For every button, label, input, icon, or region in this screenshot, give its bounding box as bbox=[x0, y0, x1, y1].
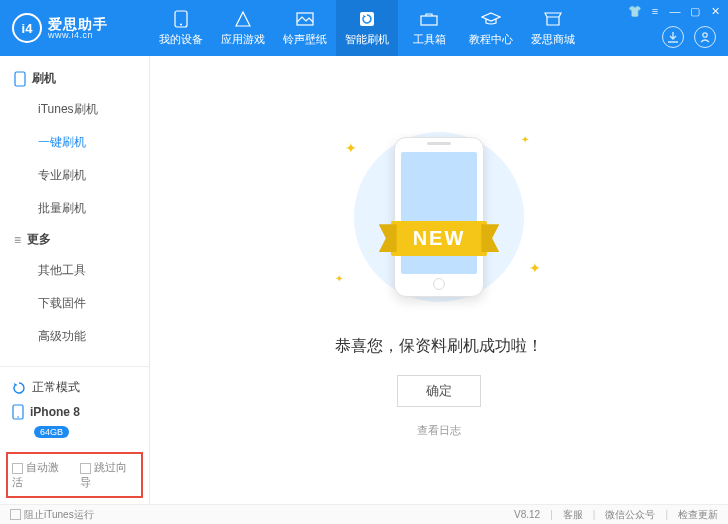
logo-text: 爱思助手 www.i4.cn bbox=[48, 17, 108, 40]
image-icon bbox=[295, 10, 315, 28]
star-icon: ✦ bbox=[345, 140, 357, 156]
nav-my-device[interactable]: 我的设备 bbox=[150, 0, 212, 56]
sidebar-item-download-firmware[interactable]: 下载固件 bbox=[0, 287, 149, 320]
skip-guide-checkbox[interactable]: 跳过向导 bbox=[80, 460, 138, 490]
sidebar-item-batch-flash[interactable]: 批量刷机 bbox=[0, 192, 149, 225]
minimize-icon[interactable]: — bbox=[668, 4, 682, 18]
graduation-icon bbox=[481, 10, 501, 28]
device-panel: 正常模式 iPhone 8 64GB bbox=[0, 366, 149, 446]
maximize-icon[interactable]: ▢ bbox=[688, 4, 702, 18]
store-icon bbox=[543, 10, 563, 28]
refresh-icon bbox=[357, 10, 377, 28]
svg-rect-4 bbox=[421, 16, 437, 25]
sidebar-item-itunes-flash[interactable]: iTunes刷机 bbox=[0, 93, 149, 126]
app-url: www.i4.cn bbox=[48, 31, 108, 40]
phone-small-icon bbox=[12, 404, 24, 420]
sidebar-item-pro-flash[interactable]: 专业刷机 bbox=[0, 159, 149, 192]
main-content: NEW ✦ ✦ ✦ ✦ 恭喜您，保资料刷机成功啦！ 确定 查看日志 bbox=[150, 56, 728, 504]
app-header: i4 爱思助手 www.i4.cn 我的设备 应用游戏 铃声壁纸 智能刷机 工具… bbox=[0, 0, 728, 56]
checkbox-label: 阻止iTunes运行 bbox=[24, 509, 94, 520]
toolbox-icon bbox=[419, 10, 439, 28]
nav-label: 爱思商城 bbox=[531, 32, 575, 47]
storage-badge: 64GB bbox=[34, 426, 69, 438]
star-icon: ✦ bbox=[521, 134, 529, 145]
nav-label: 应用游戏 bbox=[221, 32, 265, 47]
nav-ringtones[interactable]: 铃声壁纸 bbox=[274, 0, 336, 56]
nav-label: 教程中心 bbox=[469, 32, 513, 47]
support-link[interactable]: 客服 bbox=[563, 508, 583, 522]
version-label: V8.12 bbox=[514, 509, 540, 520]
app-body: 刷机 iTunes刷机 一键刷机 专业刷机 批量刷机 ≡ 更多 其他工具 下载固… bbox=[0, 56, 728, 504]
sidebar-item-other-tools[interactable]: 其他工具 bbox=[0, 254, 149, 287]
svg-point-5 bbox=[703, 33, 707, 37]
sidebar: 刷机 iTunes刷机 一键刷机 专业刷机 批量刷机 ≡ 更多 其他工具 下载固… bbox=[0, 56, 150, 504]
section-label: 更多 bbox=[27, 231, 51, 248]
nav-store[interactable]: 爱思商城 bbox=[522, 0, 584, 56]
nav-toolbox[interactable]: 工具箱 bbox=[398, 0, 460, 56]
phone-graphic bbox=[394, 137, 484, 297]
device-mode: 正常模式 bbox=[32, 379, 80, 396]
list-icon: ≡ bbox=[14, 233, 21, 247]
window-controls: 👕 ≡ — ▢ ✕ bbox=[628, 4, 722, 18]
nav-label: 工具箱 bbox=[413, 32, 446, 47]
sidebar-item-advanced[interactable]: 高级功能 bbox=[0, 320, 149, 353]
svg-point-8 bbox=[17, 416, 19, 418]
app-name: 爱思助手 bbox=[48, 17, 108, 31]
apps-icon bbox=[233, 10, 253, 28]
shirt-icon[interactable]: 👕 bbox=[628, 4, 642, 18]
logo-badge: i4 bbox=[12, 13, 42, 43]
success-message: 恭喜您，保资料刷机成功啦！ bbox=[335, 336, 543, 357]
logo[interactable]: i4 爱思助手 www.i4.cn bbox=[0, 13, 150, 43]
sidebar-section-more[interactable]: ≡ 更多 bbox=[0, 225, 149, 254]
star-icon: ✦ bbox=[529, 260, 541, 276]
success-illustration: NEW ✦ ✦ ✦ ✦ bbox=[309, 122, 569, 312]
new-ribbon: NEW bbox=[391, 221, 488, 256]
block-itunes-checkbox[interactable]: 阻止iTunes运行 bbox=[10, 508, 94, 522]
nav-label: 铃声壁纸 bbox=[283, 32, 327, 47]
refresh-small-icon bbox=[12, 381, 26, 395]
close-icon[interactable]: ✕ bbox=[708, 4, 722, 18]
auto-activate-checkbox[interactable]: 自动激活 bbox=[12, 460, 70, 490]
check-update-link[interactable]: 检查更新 bbox=[678, 508, 718, 522]
phone-outline-icon bbox=[14, 71, 26, 87]
nav-tutorials[interactable]: 教程中心 bbox=[460, 0, 522, 56]
svg-rect-3 bbox=[360, 12, 374, 26]
device-mode-row[interactable]: 正常模式 bbox=[12, 375, 137, 400]
top-nav: 我的设备 应用游戏 铃声壁纸 智能刷机 工具箱 教程中心 爱思商城 bbox=[150, 0, 584, 56]
status-bar: 阻止iTunes运行 V8.12 | 客服 | 微信公众号 | 检查更新 bbox=[0, 504, 728, 524]
download-icon[interactable] bbox=[662, 26, 684, 48]
nav-flash[interactable]: 智能刷机 bbox=[336, 0, 398, 56]
header-actions bbox=[662, 26, 720, 48]
star-icon: ✦ bbox=[335, 273, 343, 284]
section-label: 刷机 bbox=[32, 70, 56, 87]
flash-options: 自动激活 跳过向导 bbox=[6, 452, 143, 498]
menu-icon[interactable]: ≡ bbox=[648, 4, 662, 18]
svg-rect-6 bbox=[15, 72, 25, 86]
ok-button[interactable]: 确定 bbox=[397, 375, 481, 407]
user-icon[interactable] bbox=[694, 26, 716, 48]
nav-apps[interactable]: 应用游戏 bbox=[212, 0, 274, 56]
device-name-row[interactable]: iPhone 8 bbox=[12, 400, 137, 424]
svg-point-1 bbox=[180, 23, 182, 25]
nav-label: 我的设备 bbox=[159, 32, 203, 47]
sidebar-item-oneclick-flash[interactable]: 一键刷机 bbox=[0, 126, 149, 159]
phone-icon bbox=[171, 10, 191, 28]
sidebar-section-flash[interactable]: 刷机 bbox=[0, 64, 149, 93]
device-name: iPhone 8 bbox=[30, 405, 80, 419]
view-log-link[interactable]: 查看日志 bbox=[417, 423, 461, 438]
wechat-link[interactable]: 微信公众号 bbox=[605, 508, 655, 522]
nav-label: 智能刷机 bbox=[345, 32, 389, 47]
